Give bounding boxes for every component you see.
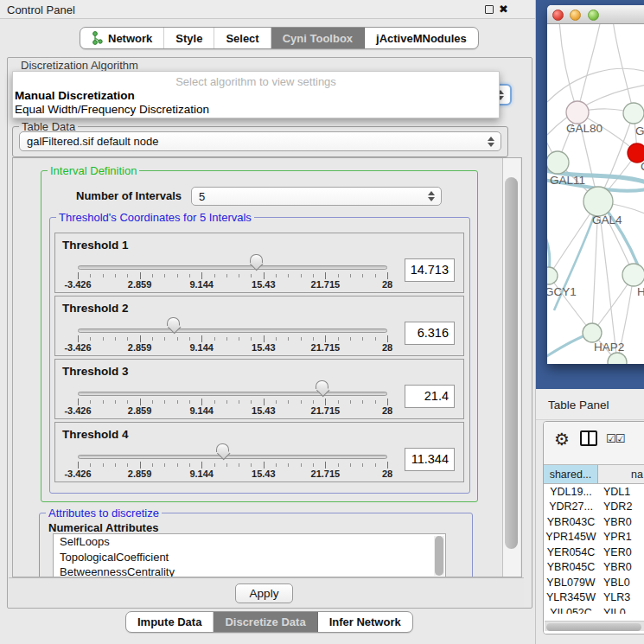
apply-strip: Apply (9, 577, 524, 607)
threshold-4-value-field[interactable]: 11.344 (405, 448, 455, 471)
tick-label: 21.715 (311, 405, 341, 416)
node-label-gcy1: GCY1 (547, 285, 577, 298)
tab-network[interactable]: Network (80, 28, 164, 48)
table-panel-title: Table Panel (548, 399, 609, 411)
threshold-3-ticks (78, 399, 388, 405)
float-window-icon[interactable] (485, 5, 494, 14)
table-row[interactable]: YER054CYER0 (544, 545, 644, 560)
option-equal-width-frequency[interactable]: Equal Width/Frequency Discretization (13, 102, 499, 116)
network-node-gal11[interactable] (547, 151, 569, 174)
table-row[interactable]: YBR043CYBR0 (544, 514, 644, 530)
table-panel-card: ⚙ ☑☑ shared... na YDL19...YDL1 YDR27...Y… (543, 421, 644, 634)
table-data-value: galFiltered.sif default node (27, 135, 158, 148)
tick-label: -3.426 (64, 279, 91, 290)
threshold-4-ticks (78, 462, 388, 469)
network-graph: GAL80 G. C GAL11 GAL4 GCY1 H HAP2 (547, 24, 644, 364)
close-icon[interactable]: ✖ (499, 3, 508, 16)
table-row[interactable]: YBL079WYBL0 (544, 575, 644, 590)
tab-jactivemnodules[interactable]: jActiveMNodules (365, 28, 478, 48)
attributes-list-scrollbar[interactable] (434, 536, 444, 576)
column-header-name[interactable]: na (598, 465, 644, 483)
columns-icon[interactable] (580, 430, 597, 446)
right-panel: GAL80 G. C GAL11 GAL4 GCY1 H HAP2 Table … (536, 0, 644, 644)
thresholds-group-title: Threshold's Coordinates for 5 Intervals (56, 211, 254, 224)
column-header-shared-name[interactable]: shared... (544, 465, 598, 483)
network-view-window: GAL80 G. C GAL11 GAL4 GCY1 H HAP2 (547, 5, 644, 364)
gear-icon[interactable]: ⚙ (554, 429, 570, 450)
threshold-1-label: Threshold 1 (62, 239, 129, 252)
network-node-hap2[interactable] (583, 323, 602, 342)
network-node-gal80[interactable] (566, 101, 589, 124)
threshold-1-value-field[interactable]: 14.713 (405, 258, 455, 282)
settings-scroll-area: Interval Definition Number of Intervals … (12, 157, 522, 577)
threshold-1-row: Threshold 1 -3.4262.8599.14415.4321.7152… (54, 233, 464, 293)
algorithm-dropdown-popup: Select algorithm to view settings Manual… (12, 71, 500, 118)
tab-cyni-toolbox[interactable]: Cyni Toolbox (271, 28, 365, 48)
tick-label: 9.144 (189, 342, 214, 353)
network-node-gcy1[interactable] (547, 267, 558, 284)
zoom-traffic-light-icon[interactable] (588, 10, 599, 21)
table-row[interactable]: YLR345WYLR3 (544, 590, 644, 606)
threshold-2-slider-thumb[interactable] (167, 317, 180, 326)
tick-label: -3.426 (64, 405, 91, 416)
network-node-right-mid[interactable] (622, 264, 644, 286)
table-horizontal-scrollbar[interactable] (545, 621, 644, 631)
list-item-topologicalcoefficient[interactable]: TopologicalCoefficient (54, 550, 445, 565)
table-row[interactable]: YDL19...YDL1 (544, 484, 644, 500)
threshold-3-slider-track[interactable] (78, 392, 387, 396)
network-window-titlebar[interactable] (547, 5, 644, 24)
apply-button[interactable]: Apply (235, 583, 293, 603)
threshold-3-slider-thumb[interactable] (316, 380, 328, 389)
threshold-2-slider-track[interactable] (78, 328, 387, 333)
network-canvas[interactable]: GAL80 G. C GAL11 GAL4 GCY1 H HAP2 (547, 24, 644, 364)
tab-style[interactable]: Style (164, 28, 214, 48)
table-data-combobox[interactable]: galFiltered.sif default node (19, 131, 501, 151)
node-label-h: H (637, 285, 644, 298)
settings-vertical-scrollbar[interactable] (502, 158, 520, 577)
algorithm-placeholder: Select algorithm to view settings (13, 72, 499, 88)
tick-label: -3.426 (64, 469, 91, 479)
table-toolbar: ⚙ ☑☑ (544, 422, 644, 464)
tab-select[interactable]: Select (214, 28, 271, 48)
threshold-2-value-field[interactable]: 6.316 (405, 322, 455, 345)
tick-label: 28 (382, 279, 392, 290)
threshold-3-row: Threshold 3 -3.4262.8599.14415.4321.7152… (54, 359, 464, 419)
bottom-tabbar: Impute Data Discretize Data Infer Networ… (125, 611, 413, 633)
interval-definition-title: Interval Definition (48, 164, 139, 177)
tick-label: 28 (382, 405, 392, 416)
control-panel-titlebar: Control Panel ✖ (0, 0, 535, 19)
tab-infer-network[interactable]: Infer Network (318, 612, 412, 632)
option-manual-discretization[interactable]: Manual Discretization (13, 88, 499, 102)
number-of-intervals-combobox[interactable]: 5 (191, 187, 442, 206)
threshold-2-label: Threshold 2 (62, 302, 129, 315)
table-row[interactable]: YPR145WYPR1 (544, 530, 644, 545)
tick-label: 15.43 (252, 469, 276, 479)
threshold-4-slider-thumb[interactable] (216, 443, 229, 452)
threshold-3-value-field[interactable]: 21.4 (405, 385, 455, 408)
select-columns-icon[interactable]: ☑☑ (606, 432, 624, 445)
tick-label: 2.859 (128, 405, 152, 416)
number-of-intervals-label: Number of Intervals (73, 189, 184, 202)
threshold-4-slider-track[interactable] (78, 455, 387, 459)
node-label-gal11: GAL11 (550, 174, 585, 187)
close-traffic-light-icon[interactable] (552, 10, 564, 21)
tick-label: 15.43 (252, 279, 276, 290)
list-item-selfloops[interactable]: SelfLoops (54, 534, 445, 550)
list-item-betweennesscentrality[interactable]: BetweennessCentrality (54, 564, 445, 577)
network-node-gal4[interactable] (583, 187, 613, 216)
tick-label: 2.859 (128, 469, 152, 479)
table-row[interactable]: YDR27...YDR2 (544, 500, 644, 515)
network-icon (92, 31, 103, 45)
table-row[interactable]: YBR045CYBR0 (544, 560, 644, 576)
attributes-group-title: Attributes to discretize (46, 507, 162, 520)
table-row[interactable]: YIL052CYIL0 (544, 605, 644, 614)
node-label-c: C (641, 160, 644, 173)
minimize-traffic-light-icon[interactable] (570, 10, 581, 21)
numerical-attributes-label: Numerical Attributes (46, 521, 161, 534)
tab-network-label: Network (108, 32, 152, 45)
threshold-1-slider-thumb[interactable] (250, 254, 263, 263)
network-node-top-right[interactable] (623, 103, 644, 124)
threshold-1-slider-track[interactable] (78, 265, 387, 270)
tab-discretize-data[interactable]: Discretize Data (214, 612, 317, 632)
tab-impute-data[interactable]: Impute Data (126, 612, 214, 632)
